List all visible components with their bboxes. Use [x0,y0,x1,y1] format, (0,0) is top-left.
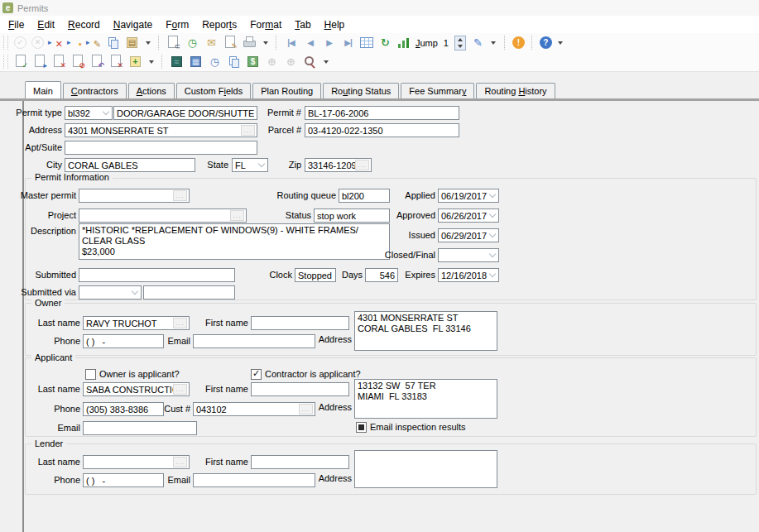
help-icon[interactable]: ? [540,36,552,49]
lender-email-field[interactable] [193,473,315,487]
master-permit-lookup-button[interactable]: ... [173,190,187,201]
history-clock-icon[interactable]: ◷ [185,36,199,50]
approve-doc-icon[interactable]: ✓ [14,55,28,69]
tab-main[interactable]: Main [25,81,61,98]
add-note-icon[interactable]: + [128,55,142,69]
apt-suite-field[interactable] [65,141,257,155]
find-record-icon[interactable]: ▤ [125,36,139,50]
issued-dropdown-icon[interactable] [486,228,499,242]
tab-routing-history[interactable]: Routing History [476,83,555,98]
print-dropdown-icon[interactable] [262,36,269,50]
menu-navigate[interactable]: Navigate [107,17,159,32]
applicant-email-field[interactable] [83,421,197,435]
permit-number-field[interactable] [305,106,459,120]
permit-type-dropdown-icon[interactable] [99,106,113,120]
tab-custom-fields[interactable]: Custom Fields [176,83,251,98]
applied-dropdown-icon[interactable] [486,189,499,203]
applicant-phone-field[interactable] [83,402,164,416]
description-field[interactable]: *HISTORIC *REPLACEMENT OF WINDOWS(9) - W… [79,223,390,260]
copy-pages-icon[interactable] [227,55,241,69]
applicant-lookup-button[interactable]: ... [173,384,187,395]
stamp-dropdown-icon[interactable] [490,36,497,50]
memo-pad-icon[interactable]: ✎ [223,36,238,50]
approved-dropdown-icon[interactable] [486,208,499,223]
menu-tab[interactable]: Tab [288,17,317,32]
menu-form[interactable]: Form [159,17,195,32]
clock-field[interactable] [295,268,336,282]
menu-reports[interactable]: Reports [195,17,243,32]
alerts-icon[interactable]: ! [512,36,525,49]
submitted-field[interactable] [79,268,235,282]
add-note-dropdown-icon[interactable] [147,55,155,69]
project-field[interactable] [79,208,247,223]
menu-record[interactable]: Record [61,17,107,32]
owner-first-name-field[interactable] [251,316,349,330]
lender-phone-field[interactable] [83,473,164,487]
refresh-icon[interactable]: ↻ [378,36,392,50]
sort-levels-icon[interactable] [397,37,411,49]
lender-first-name-field[interactable] [251,455,349,469]
city-field[interactable] [65,158,195,172]
lender-lookup-button[interactable]: ... [173,457,187,467]
cash-register-icon[interactable]: $ [246,55,260,69]
toolbar-grip[interactable] [3,55,8,69]
cust-number-lookup-button[interactable]: ... [299,404,313,415]
lookup-dropdown-icon[interactable] [322,55,329,69]
closed-final-dropdown-icon[interactable] [486,248,499,262]
permit-type-description-field[interactable] [113,106,257,120]
fail-doc-icon[interactable]: ✕ [109,55,123,69]
lookup-person-icon[interactable] [303,55,317,69]
nav-last-icon[interactable]: ▶| [341,36,355,50]
clock-icon[interactable]: ◷ [208,55,222,69]
owner-is-applicant-checkbox[interactable] [85,369,96,380]
email-inspection-results-checkbox[interactable] [356,422,367,433]
parcel-number-field[interactable] [305,123,459,137]
void-doc-icon[interactable]: ✕ [52,55,66,69]
nav-next-icon[interactable]: ▶ [322,36,336,50]
menu-format[interactable]: Format [243,17,288,32]
address-field[interactable] [65,123,257,137]
web-link-2-icon[interactable]: ⊕ [284,55,298,69]
toolbar-grip[interactable] [3,36,8,50]
web-link-1-icon[interactable]: ⊕ [265,55,279,69]
help-dropdown-icon[interactable] [557,36,564,50]
submitted-via-dropdown-icon[interactable] [128,285,142,300]
nav-first-icon[interactable]: |◀ [284,36,298,50]
menu-help[interactable]: Help [318,17,352,32]
applicant-address-field[interactable]: 13132 SW 57 TER MIAMI FL 33183 [354,379,497,419]
send-mail-icon[interactable]: ✉ [204,36,219,50]
attachments-icon[interactable]: ⊂ [166,36,180,50]
tab-routing-status[interactable]: Routing Status [323,83,399,98]
owner-lookup-button[interactable]: ... [173,318,187,328]
insert-record-icon[interactable]: ▸▪ [68,36,82,50]
edit-record-icon[interactable]: ▸✎ [87,36,101,50]
owner-email-field[interactable] [193,334,315,348]
owner-address-field[interactable]: 4301 MONSERRATE ST CORAL GABLES FL 33146 [354,311,497,351]
applicant-first-name-field[interactable] [251,382,349,396]
tab-fee-summary[interactable]: Fee Summary [401,83,474,98]
receive-doc-icon[interactable]: ▸ [33,55,47,69]
expires-dropdown-icon[interactable] [486,268,499,282]
zip-lookup-button[interactable]: ... [355,160,369,170]
undo-doc-icon[interactable]: ↶ [90,55,104,69]
project-lookup-button[interactable]: ... [230,210,244,221]
address-lookup-button[interactable]: ... [241,125,255,136]
lender-address-field[interactable] [354,450,497,488]
contractor-is-applicant-checkbox[interactable] [251,369,262,380]
calculator-icon[interactable]: ▦ [189,55,203,69]
jump-value[interactable]: 1 [442,38,450,48]
owner-phone-field[interactable] [83,334,164,348]
cust-number-field[interactable] [193,402,315,416]
submitted-via-text-field[interactable] [143,285,235,300]
stamp-icon[interactable]: ✎ [471,36,485,50]
tab-actions[interactable]: Actions [128,83,175,98]
nav-prev-icon[interactable]: ◀ [303,36,317,50]
delete-record-icon[interactable]: ▸✕ [49,36,63,50]
jump-spinner-up-icon[interactable] [455,36,465,43]
rollback-record-icon[interactable]: ✕ [31,36,44,49]
find-record-dropdown-icon[interactable] [144,36,151,50]
tab-contractors[interactable]: Contractors [63,83,127,98]
map-icon[interactable]: ≈ [170,55,184,69]
print-icon[interactable] [243,36,257,50]
stop-doc-icon[interactable]: ⊘ [71,55,85,69]
